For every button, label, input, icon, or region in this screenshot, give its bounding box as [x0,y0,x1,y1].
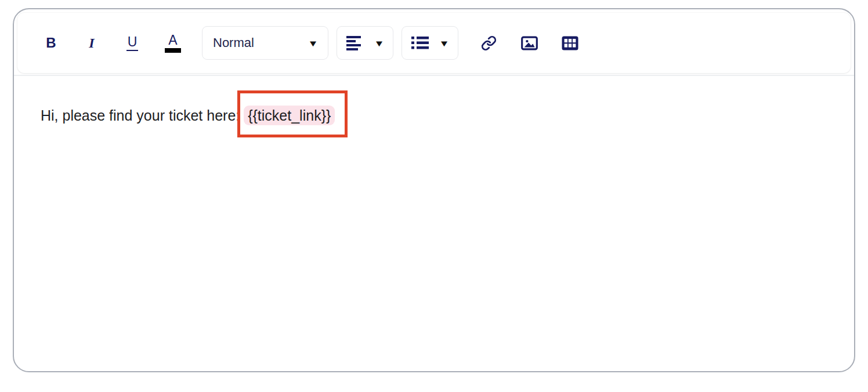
chevron-down-icon: ▼ [374,39,385,48]
editor-content-area[interactable]: Hi, please find your ticket here: {{tick… [14,76,854,343]
underline-glyph: U [126,35,139,50]
ticket-link-token-wrap: {{ticket_link}} [244,107,335,124]
paragraph-text: Hi, please find your ticket here: [41,107,244,124]
underline-button[interactable]: U [121,30,144,56]
chevron-down-icon: ▼ [439,39,450,48]
text-align-dropdown[interactable]: ▼ [337,26,393,60]
insert-link-button[interactable] [477,30,500,56]
rich-text-editor: B I U A Normal ▼ ▼ [13,8,855,372]
text-color-button[interactable]: A [161,30,185,56]
text-color-swatch [165,48,181,53]
italic-button[interactable]: I [80,30,103,56]
insert-table-button[interactable] [558,30,581,56]
paragraph-style-dropdown[interactable]: Normal ▼ [202,26,328,60]
bold-button[interactable]: B [39,30,63,56]
editor-toolbar: B I U A Normal ▼ ▼ [17,13,851,73]
text-color-letter: A [168,33,177,47]
bullet-list-icon [411,36,429,50]
insert-image-button[interactable] [518,30,541,56]
table-icon [562,36,578,50]
editor-paragraph: Hi, please find your ticket here: {{tick… [41,105,831,126]
paragraph-style-value: Normal [213,35,254,50]
list-dropdown[interactable]: ▼ [402,26,458,60]
link-icon [481,35,497,51]
image-icon [521,35,538,51]
align-left-icon [346,35,363,50]
chevron-down-icon: ▼ [308,39,319,48]
ticket-link-token[interactable]: {{ticket_link}} [244,106,335,125]
